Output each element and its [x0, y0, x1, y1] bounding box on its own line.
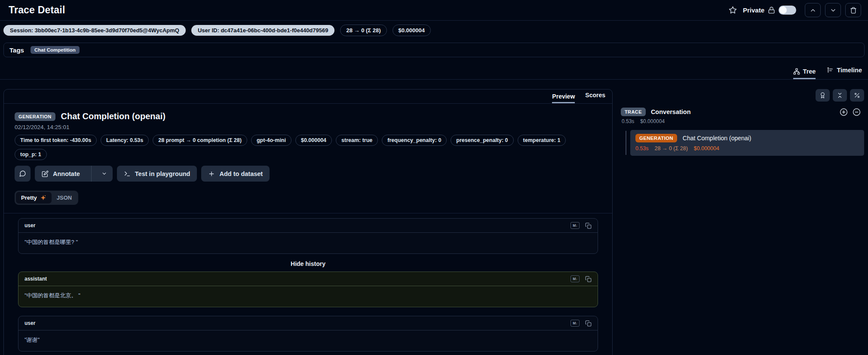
tags-container[interactable]: Tags Chat Competition — [3, 43, 865, 57]
annotate-dropdown-button[interactable] — [96, 166, 113, 182]
plus-icon — [208, 170, 215, 177]
view-tabs: Tree Timeline — [0, 61, 868, 80]
generation-row-header: GENERATION Chat Completion (openai) — [635, 134, 859, 142]
trace-cost: $0.000004 — [640, 118, 665, 124]
generation-tokens: 28 → 0 (Σ 28) — [655, 145, 688, 151]
privacy-toggle[interactable] — [779, 6, 796, 15]
timeline-icon — [827, 67, 834, 74]
generation-type-badge: GENERATION — [15, 112, 55, 121]
scores-toggle-button[interactable] — [816, 89, 830, 102]
privacy-control: Private — [743, 6, 796, 15]
annotate-button[interactable]: Annotate — [35, 166, 87, 182]
generation-tree-row[interactable]: GENERATION Chat Completion (openai) 0.53… — [630, 130, 864, 156]
panel-tabs: Preview Scores — [4, 90, 612, 104]
award-icon — [819, 92, 826, 99]
io-preview-area: user M↓ "中国的首都是哪里? " Hide history assist… — [4, 213, 612, 355]
tab-preview[interactable]: Preview — [552, 93, 575, 103]
tab-tree[interactable]: Tree — [793, 68, 816, 79]
actions-row: Annotate Test in playground Add to datas… — [15, 166, 601, 182]
pen-square-icon — [42, 170, 49, 177]
hide-history-toggle[interactable]: Hide history — [18, 260, 598, 267]
observation-panel: Preview Scores GENERATION Chat Completio… — [3, 89, 613, 355]
test-in-playground-button[interactable]: Test in playground — [117, 166, 197, 182]
markdown-toggle-icon[interactable]: M↓ — [570, 222, 580, 229]
generation-latency: 0.53s — [635, 145, 649, 151]
trash-icon — [850, 7, 857, 14]
comments-button[interactable] — [15, 166, 31, 182]
message-role: user — [25, 222, 35, 228]
generation-title: Chat Completion (openai) — [683, 135, 751, 142]
metric-badges-row-1: Time to first token: -430.00s Latency: 0… — [15, 135, 601, 146]
percent-icon — [854, 92, 860, 99]
markdown-toggle-icon[interactable]: M↓ — [570, 275, 580, 282]
format-pretty-segment[interactable]: Pretty — [16, 192, 52, 204]
trace-root-row[interactable]: TRACE Conversation — [621, 108, 864, 116]
tree-icon — [793, 68, 800, 75]
format-toggle: Pretty JSON — [15, 191, 78, 205]
metrics-toggle-button[interactable] — [850, 89, 864, 102]
message-header-icons: M↓ — [570, 275, 592, 282]
metric-badge-stream: stream: true — [336, 135, 378, 146]
terminal-icon — [124, 170, 131, 177]
tree-children: GENERATION Chat Completion (openai) 0.53… — [621, 130, 864, 156]
chevrons-collapse-icon — [837, 92, 843, 99]
metric-badge-presence-penalty: presence_penalty: 0 — [451, 135, 513, 146]
observation-title: Chat Completion (openai) — [61, 111, 166, 121]
header-actions: Private — [729, 3, 861, 17]
collapse-all-button[interactable] — [833, 89, 847, 102]
metric-badge-frequency-penalty: frequency_penalty: 0 — [382, 135, 447, 146]
chevron-down-icon — [101, 171, 107, 176]
trace-tree-sidebar: TRACE Conversation 0.53s $0.000004 GENER… — [621, 89, 864, 156]
message-header-icons: M↓ — [570, 320, 592, 327]
user-id-badge[interactable]: User ID: dc47a41e-06bc-400d-bde1-f0e440d… — [191, 25, 335, 36]
page-header: Trace Detail Private — [0, 0, 868, 21]
plus-circle-icon[interactable] — [840, 108, 848, 116]
tab-timeline[interactable]: Timeline — [827, 67, 862, 79]
format-json-segment[interactable]: JSON — [52, 192, 77, 204]
lock-icon — [768, 6, 775, 14]
observation-header: GENERATION Chat Completion (openai) — [15, 111, 601, 121]
markdown-toggle-icon[interactable]: M↓ — [570, 320, 580, 327]
tree-zoom-controls — [840, 108, 864, 116]
tag-chip[interactable]: Chat Competition — [31, 46, 80, 54]
message-header: user M↓ — [18, 219, 598, 233]
nav-button-group — [805, 3, 861, 17]
trace-metrics: 0.53s $0.000004 — [622, 118, 864, 124]
delete-trace-button[interactable] — [845, 3, 861, 17]
message-box-assistant: assistant M↓ "中国的首都是北京。 " — [18, 272, 598, 307]
chevron-down-icon — [830, 7, 837, 14]
tab-scores[interactable]: Scores — [585, 92, 605, 103]
dataset-label: Add to dataset — [219, 170, 263, 177]
message-header: user M↓ — [18, 316, 598, 330]
metric-badge-latency: Latency: 0.53s — [101, 135, 149, 146]
sparkles-icon — [40, 194, 46, 201]
playground-label: Test in playground — [135, 170, 190, 177]
observation-timestamp: 02/12/2024, 14:25:01 — [15, 124, 601, 130]
token-usage-badge: 28 → 0 (Σ 28) — [340, 25, 386, 36]
trace-latency: 0.53s — [622, 118, 634, 124]
generation-type-badge: GENERATION — [635, 134, 677, 142]
annotate-label: Annotate — [53, 170, 80, 177]
minus-circle-icon[interactable] — [853, 108, 861, 116]
copy-icon[interactable] — [585, 222, 592, 229]
annotate-split-button: Annotate — [35, 166, 113, 182]
next-trace-button[interactable] — [825, 3, 841, 17]
cost-badge: $0.000004 — [393, 25, 431, 36]
chevron-up-icon — [810, 7, 816, 14]
metric-badges-row-2: top_p: 1 — [15, 149, 601, 160]
message-box-user-1: user M↓ "中国的首都是哪里? " — [18, 218, 598, 254]
message-role: user — [25, 320, 35, 326]
tab-tree-label: Tree — [803, 68, 816, 75]
trace-type-badge: TRACE — [621, 108, 646, 116]
star-icon[interactable] — [729, 6, 737, 14]
copy-icon[interactable] — [585, 276, 592, 282]
copy-icon[interactable] — [585, 320, 592, 327]
message-role: assistant — [25, 276, 47, 282]
add-to-dataset-button[interactable]: Add to dataset — [201, 166, 270, 182]
metric-badge-ttft: Time to first token: -430.00s — [15, 135, 97, 146]
session-badge[interactable]: Session: 3bb00ec7-1b13-4c9b-85ee-3d9d70f… — [3, 25, 186, 36]
previous-trace-button[interactable] — [805, 3, 821, 17]
tab-timeline-label: Timeline — [837, 67, 862, 74]
message-header: assistant M↓ — [18, 272, 598, 286]
metric-badge-cost: $0.000004 — [295, 135, 332, 146]
